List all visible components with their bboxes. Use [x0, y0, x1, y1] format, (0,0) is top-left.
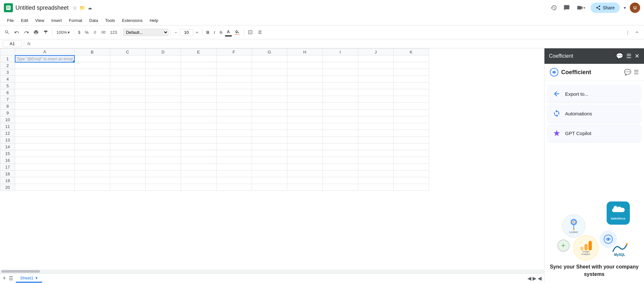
- cell-H6[interactable]: [287, 89, 322, 96]
- cell-E8[interactable]: [181, 103, 216, 110]
- cell-J6[interactable]: [358, 89, 393, 96]
- export-menu-item[interactable]: Export to...: [547, 85, 641, 103]
- cell-E9[interactable]: [181, 110, 216, 116]
- decrease-font-button[interactable]: −: [173, 29, 179, 36]
- cell-D20[interactable]: [145, 184, 181, 191]
- cell-I12[interactable]: [322, 130, 358, 137]
- cell-K10[interactable]: [393, 116, 429, 123]
- cell-D19[interactable]: [145, 177, 181, 184]
- cell-E15[interactable]: [181, 150, 216, 157]
- cell-H12[interactable]: [287, 130, 322, 137]
- avatar[interactable]: U: [630, 3, 640, 13]
- number-format-button[interactable]: 123: [108, 29, 119, 36]
- cell-F19[interactable]: [216, 177, 252, 184]
- collapse-panel-button[interactable]: ◀: [538, 275, 542, 281]
- cell-G6[interactable]: [252, 89, 287, 96]
- sheet-list-button[interactable]: ☰: [9, 275, 13, 281]
- cell-G18[interactable]: [252, 171, 287, 177]
- cell-C16[interactable]: [110, 157, 145, 164]
- cell-E13[interactable]: [181, 137, 216, 143]
- col-header-i[interactable]: I: [322, 49, 358, 55]
- coeff-chat-icon[interactable]: 💬: [624, 69, 631, 76]
- cell-F17[interactable]: [216, 164, 252, 171]
- cell-B20[interactable]: [74, 184, 110, 191]
- cell-D1[interactable]: [145, 55, 181, 62]
- share-button[interactable]: Share: [591, 3, 620, 13]
- horizontal-scrollbar-track[interactable]: [1, 270, 543, 273]
- cell-J16[interactable]: [358, 157, 393, 164]
- menu-insert[interactable]: Insert: [48, 17, 65, 24]
- col-header-k[interactable]: K: [393, 49, 429, 55]
- cell-I4[interactable]: [322, 76, 358, 83]
- search-button[interactable]: [3, 28, 12, 36]
- cell-F11[interactable]: [216, 123, 252, 130]
- cell-G16[interactable]: [252, 157, 287, 164]
- cell-B7[interactable]: [74, 96, 110, 103]
- cell-K13[interactable]: [393, 137, 429, 143]
- cell-I17[interactable]: [322, 164, 358, 171]
- cell-I6[interactable]: [322, 89, 358, 96]
- cell-F14[interactable]: [216, 143, 252, 150]
- cell-A11[interactable]: [15, 123, 75, 130]
- undo-button[interactable]: [12, 28, 21, 36]
- cell-K8[interactable]: [393, 103, 429, 110]
- col-header-h[interactable]: H: [287, 49, 322, 55]
- cell-A9[interactable]: [15, 110, 75, 116]
- cell-K4[interactable]: [393, 76, 429, 83]
- cell-D3[interactable]: [145, 69, 181, 76]
- cell-G10[interactable]: [252, 116, 287, 123]
- cell-reference-input[interactable]: [3, 40, 22, 47]
- cell-B4[interactable]: [74, 76, 110, 83]
- cell-A12[interactable]: [15, 130, 75, 137]
- cell-A19[interactable]: [15, 177, 75, 184]
- cell-E4[interactable]: [181, 76, 216, 83]
- cell-C15[interactable]: [110, 150, 145, 157]
- cell-B17[interactable]: [74, 164, 110, 171]
- cell-B3[interactable]: [74, 69, 110, 76]
- cell-K5[interactable]: [393, 83, 429, 89]
- redo-button[interactable]: [22, 28, 31, 36]
- menu-extensions[interactable]: Extensions: [119, 17, 146, 24]
- strikethrough-button[interactable]: S: [217, 29, 224, 36]
- col-header-g[interactable]: G: [252, 49, 287, 55]
- col-header-e[interactable]: E: [181, 49, 216, 55]
- cell-A16[interactable]: [15, 157, 75, 164]
- cell-A6[interactable]: [15, 89, 75, 96]
- cell-G12[interactable]: [252, 130, 287, 137]
- cell-J14[interactable]: [358, 143, 393, 150]
- cell-G8[interactable]: [252, 103, 287, 110]
- italic-button[interactable]: I: [212, 29, 217, 36]
- cell-C6[interactable]: [110, 89, 145, 96]
- zoom-button[interactable]: 100% ▾: [54, 29, 72, 36]
- cell-F5[interactable]: [216, 83, 252, 89]
- cell-H20[interactable]: [287, 184, 322, 191]
- cell-K20[interactable]: [393, 184, 429, 191]
- add-sheet-button[interactable]: +: [3, 275, 6, 282]
- cell-B6[interactable]: [74, 89, 110, 96]
- cell-D15[interactable]: [145, 150, 181, 157]
- cell-B13[interactable]: [74, 137, 110, 143]
- cell-A15[interactable]: [15, 150, 75, 157]
- cell-F16[interactable]: [216, 157, 252, 164]
- cell-G5[interactable]: [252, 83, 287, 89]
- cell-H15[interactable]: [287, 150, 322, 157]
- cell-K19[interactable]: [393, 177, 429, 184]
- cell-J2[interactable]: [358, 62, 393, 69]
- cell-I9[interactable]: [322, 110, 358, 116]
- cell-J20[interactable]: [358, 184, 393, 191]
- cell-G14[interactable]: [252, 143, 287, 150]
- cell-D12[interactable]: [145, 130, 181, 137]
- toolbar-collapse-button[interactable]: [632, 28, 641, 36]
- sheet-grid[interactable]: A B C D E F G H I J K 1Type "@Emoji" to …: [0, 48, 544, 269]
- cell-C9[interactable]: [110, 110, 145, 116]
- cell-H17[interactable]: [287, 164, 322, 171]
- cell-J9[interactable]: [358, 110, 393, 116]
- cell-H5[interactable]: [287, 83, 322, 89]
- cell-F1[interactable]: [216, 55, 252, 62]
- cell-D17[interactable]: [145, 164, 181, 171]
- cell-J10[interactable]: [358, 116, 393, 123]
- cell-J19[interactable]: [358, 177, 393, 184]
- cell-D4[interactable]: [145, 76, 181, 83]
- cell-D5[interactable]: [145, 83, 181, 89]
- cell-C3[interactable]: [110, 69, 145, 76]
